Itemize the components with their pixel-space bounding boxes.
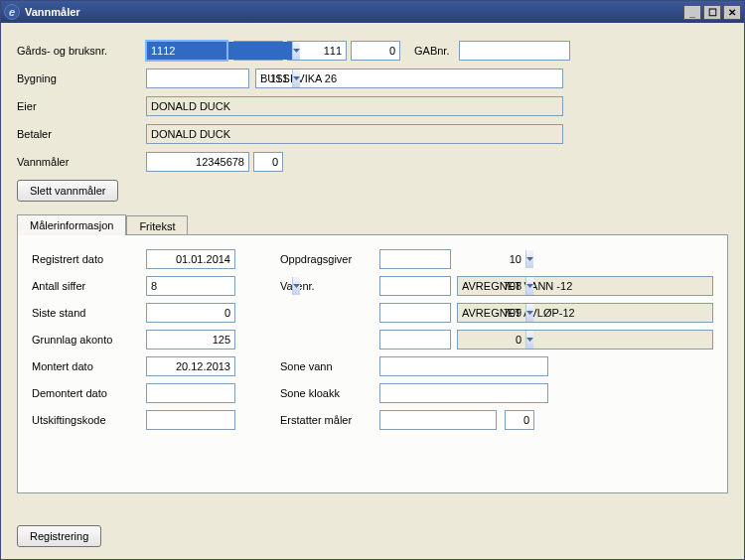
utskiftingskode-input[interactable] [146, 410, 235, 430]
registrering-button[interactable]: Registrering [17, 525, 101, 547]
window: e Vannmåler _ ☐ ✕ Gårds- og bruksnr. GAB… [0, 0, 745, 560]
sone-kloakk-label: Sone kloakk [280, 387, 379, 399]
varenr2-input[interactable] [380, 304, 525, 322]
antall-siffer-combo[interactable] [146, 276, 235, 296]
registrert-dato-label: Registrert dato [32, 253, 146, 265]
varenr1-input[interactable] [380, 277, 525, 295]
chevron-down-icon[interactable] [292, 277, 300, 295]
registrert-dato-input[interactable] [146, 249, 235, 269]
erstatter-maler-input[interactable] [379, 410, 497, 430]
gabnr-input[interactable] [459, 41, 570, 61]
tab-malerinformasjon[interactable]: Målerinformasjon [17, 214, 126, 235]
antall-siffer-input[interactable] [147, 277, 292, 295]
chevron-down-icon[interactable] [525, 331, 533, 349]
bygning-label: Bygning [17, 72, 146, 84]
bygning-navn-input[interactable] [255, 69, 563, 88]
tab-body: Registrert dato Antall siffer Siste stan… [17, 234, 728, 493]
siste-stand-label: Siste stand [32, 307, 146, 319]
window-title: Vannmåler [25, 6, 681, 18]
varenr3-combo[interactable] [379, 330, 451, 350]
sone-vann-input[interactable] [379, 356, 548, 376]
tabset: Målerinformasjon Fritekst Registrert dat… [17, 213, 728, 493]
utskiftingskode-label: Utskiftingskode [32, 414, 146, 426]
demontert-dato-label: Demontert dato [32, 387, 146, 399]
sone-kloakk-input[interactable] [379, 383, 548, 403]
chevron-down-icon[interactable] [525, 277, 533, 295]
titlebar: e Vannmåler _ ☐ ✕ [1, 1, 744, 23]
tab-fritekst[interactable]: Fritekst [126, 215, 188, 236]
slett-vannmaler-button[interactable]: Slett vannmåler [17, 180, 118, 202]
grunnlag-akonto-label: Grunnlag akonto [32, 334, 146, 346]
siste-stand-input[interactable] [146, 303, 235, 323]
erstatter-maler-input-2[interactable] [505, 410, 534, 430]
bygning-combo[interactable] [146, 69, 249, 88]
chevron-down-icon[interactable] [292, 70, 300, 87]
antall-siffer-label: Antall siffer [32, 280, 146, 292]
oppdragsgiver-combo[interactable] [379, 249, 451, 269]
close-button[interactable]: ✕ [723, 5, 741, 20]
chevron-down-icon[interactable] [292, 42, 300, 60]
eier-field: DONALD DUCK [146, 96, 563, 116]
gards-bruksnr-label: Gårds- og bruksnr. [17, 45, 146, 57]
app-icon: e [4, 4, 20, 20]
minimize-button[interactable]: _ [683, 5, 701, 20]
gnr-combo[interactable] [146, 41, 227, 61]
erstatter-maler-label: Erstatter måler [280, 414, 379, 426]
varenr1-combo[interactable] [379, 276, 451, 296]
varenr2-combo[interactable] [379, 303, 451, 323]
vannmaler-nr-input[interactable] [146, 152, 249, 172]
client-area: Gårds- og bruksnr. GABnr. Bygning Eier D… [1, 23, 744, 559]
montert-dato-label: Montert dato [32, 360, 146, 372]
gnr-field-3[interactable] [351, 41, 400, 61]
eier-label: Eier [17, 100, 146, 112]
betaler-field: DONALD DUCK [146, 124, 563, 144]
maximize-button[interactable]: ☐ [703, 5, 721, 20]
gnr-input[interactable] [147, 42, 292, 60]
grunnlag-akonto-input[interactable] [146, 330, 235, 350]
montert-dato-input[interactable] [146, 356, 235, 376]
chevron-down-icon[interactable] [525, 304, 533, 322]
vannmaler-sek-input[interactable] [253, 152, 283, 172]
vannmaler-label: Vannmåler [17, 156, 146, 168]
sone-vann-label: Sone vann [280, 360, 379, 372]
betaler-label: Betaler [17, 128, 146, 140]
varenr3-input[interactable] [380, 331, 525, 349]
oppdragsgiver-label: Oppdragsgiver [280, 253, 379, 265]
bygning-nr-input[interactable] [147, 70, 292, 87]
oppdragsgiver-input[interactable] [380, 250, 525, 268]
gabnr-label: GABnr. [414, 45, 449, 57]
demontert-dato-input[interactable] [146, 383, 235, 403]
chevron-down-icon[interactable] [525, 250, 533, 268]
